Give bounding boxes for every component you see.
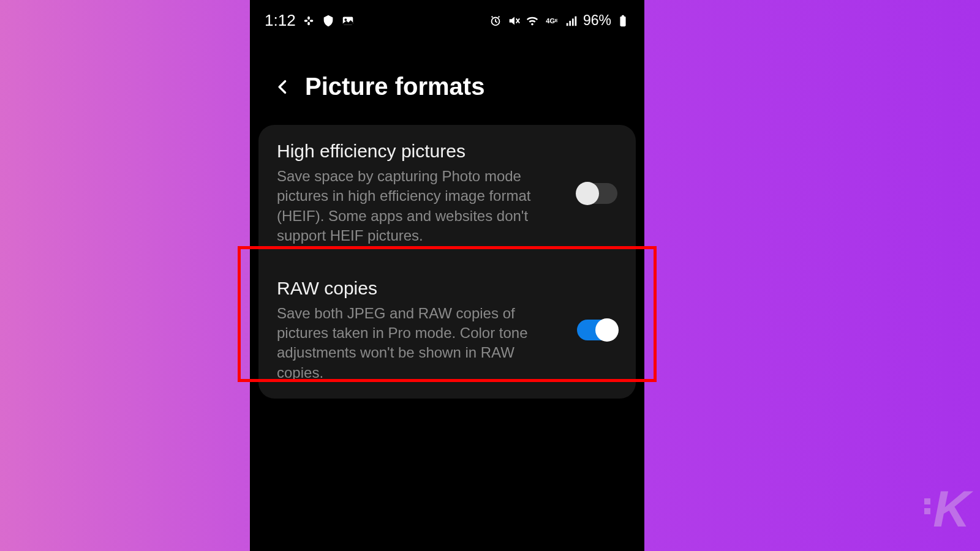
svg-rect-9 [572, 18, 574, 26]
svg-rect-7 [567, 23, 568, 26]
battery-text: 96% [583, 12, 611, 29]
watermark: K [914, 479, 968, 539]
setting-description: Save space by capturing Photo mode pictu… [277, 167, 534, 246]
setting-title: RAW copies [277, 278, 565, 299]
network-4g-icon: 4GE [544, 14, 560, 28]
svg-rect-0 [304, 20, 307, 22]
watermark-letter: K [933, 479, 968, 539]
wifi-icon [526, 14, 539, 28]
status-time: 1:12 [265, 11, 296, 30]
svg-rect-3 [307, 21, 310, 25]
svg-rect-10 [575, 16, 576, 26]
slack-icon [302, 14, 315, 28]
svg-rect-12 [622, 15, 624, 17]
signal-icon [565, 14, 578, 28]
svg-rect-8 [569, 21, 571, 26]
settings-card: High efficiency pictures Save space by c… [258, 125, 636, 399]
toggle-high-efficiency[interactable] [577, 183, 617, 204]
svg-rect-11 [620, 16, 625, 26]
watermark-dots-icon [914, 498, 930, 514]
setting-high-efficiency[interactable]: High efficiency pictures Save space by c… [258, 125, 636, 262]
toggle-raw-copies[interactable] [577, 320, 617, 340]
svg-rect-2 [307, 16, 310, 20]
alarm-icon [489, 14, 502, 28]
battery-icon [616, 14, 630, 28]
mute-icon [507, 14, 521, 28]
settings-header: Picture formats [250, 39, 644, 125]
svg-point-5 [344, 18, 347, 21]
gallery-icon [341, 14, 355, 28]
back-button[interactable] [274, 78, 292, 96]
phone-screen: 1:12 4GE 96% [250, 0, 644, 551]
setting-title: High efficiency pictures [277, 141, 565, 162]
shield-icon [322, 14, 335, 28]
status-bar: 1:12 4GE 96% [250, 0, 644, 39]
setting-raw-copies[interactable]: RAW copies Save both JPEG and RAW copies… [258, 262, 636, 399]
setting-description: Save both JPEG and RAW copies of picture… [277, 304, 534, 383]
svg-rect-1 [309, 20, 313, 22]
page-title: Picture formats [305, 73, 484, 100]
